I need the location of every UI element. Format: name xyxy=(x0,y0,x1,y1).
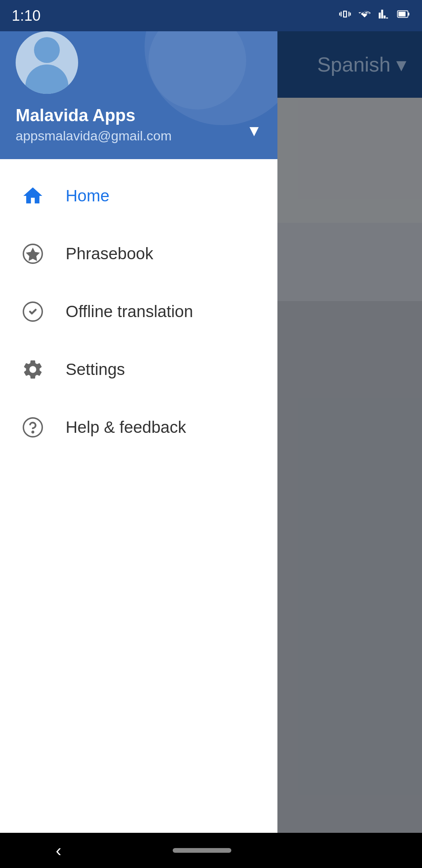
wifi-icon xyxy=(358,7,371,24)
signal-icon xyxy=(378,8,390,23)
svg-marker-1 xyxy=(26,248,39,261)
status-bar: 1:10 xyxy=(0,0,422,31)
star-icon xyxy=(20,240,46,267)
home-label: Home xyxy=(66,187,109,205)
sidebar-item-settings[interactable]: Settings xyxy=(0,341,277,398)
user-name: Malavida Apps xyxy=(16,106,172,125)
svg-point-3 xyxy=(23,418,42,437)
phrasebook-label: Phrasebook xyxy=(66,244,153,263)
bottom-navigation-bar: ‹ xyxy=(0,833,422,868)
home-pill[interactable] xyxy=(173,848,231,853)
vibrate-icon xyxy=(339,8,351,23)
sidebar-item-help[interactable]: Help & feedback xyxy=(0,398,277,456)
avatar-container xyxy=(16,31,262,94)
offline-icon xyxy=(20,298,46,325)
sidebar-item-home[interactable]: Home xyxy=(0,167,277,225)
help-icon xyxy=(20,414,46,441)
svg-rect-7 xyxy=(399,12,406,16)
offline-translation-label: Offline translation xyxy=(66,302,193,321)
user-details: Malavida Apps appsmalavida@gmail.com xyxy=(16,106,172,143)
status-time: 1:10 xyxy=(12,7,41,24)
help-feedback-label: Help & feedback xyxy=(66,418,186,437)
avatar xyxy=(16,31,78,94)
svg-rect-6 xyxy=(408,13,409,15)
user-email: appsmalavida@gmail.com xyxy=(16,128,172,143)
avatar-body-shape xyxy=(25,65,68,94)
account-dropdown-icon[interactable]: ▼ xyxy=(246,122,262,140)
settings-label: Settings xyxy=(66,360,125,379)
avatar-head-shape xyxy=(34,37,60,63)
settings-icon xyxy=(20,356,46,383)
battery-icon xyxy=(397,8,410,23)
home-icon xyxy=(20,183,46,209)
sidebar-item-offline-translation[interactable]: Offline translation xyxy=(0,283,277,341)
drawer-user-info: Malavida Apps appsmalavida@gmail.com ▼ xyxy=(16,106,262,143)
back-button[interactable]: ‹ xyxy=(56,841,62,860)
svg-point-4 xyxy=(32,431,34,433)
drawer-menu: Home Phrasebook Offline translation xyxy=(0,159,277,833)
avatar-person-shape xyxy=(16,31,78,94)
navigation-drawer: Malavida Apps appsmalavida@gmail.com ▼ H… xyxy=(0,0,277,833)
sidebar-item-phrasebook[interactable]: Phrasebook xyxy=(0,225,277,283)
status-icons xyxy=(339,7,410,24)
